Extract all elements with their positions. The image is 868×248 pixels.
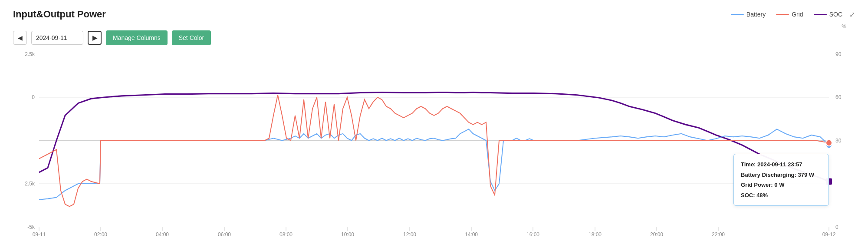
legend-grid: Grid: [776, 11, 803, 18]
legend-battery: Battery: [731, 11, 766, 18]
tooltip-soc-label: SOC:: [741, 192, 755, 198]
svg-text:2.5k: 2.5k: [25, 51, 35, 57]
svg-text:-2.5k: -2.5k: [23, 181, 35, 187]
svg-text:18:00: 18:00: [589, 231, 602, 237]
chart-area: 2.5k 0 -2.5k -5k 90 60 30 0 09-11 02:00 …: [13, 50, 855, 241]
svg-text:20:00: 20:00: [650, 231, 663, 237]
svg-text:04:00: 04:00: [156, 231, 169, 237]
manage-columns-button[interactable]: Manage Columns: [106, 30, 168, 45]
tooltip-grid-label: Grid Power:: [741, 182, 773, 188]
tooltip-grid-value: 0 W: [774, 182, 784, 188]
svg-text:06:00: 06:00: [218, 231, 231, 237]
svg-text:10:00: 10:00: [341, 231, 354, 237]
svg-text:16:00: 16:00: [526, 231, 539, 237]
svg-text:14:00: 14:00: [465, 231, 478, 237]
tooltip-battery-value: 379 W: [798, 172, 815, 178]
svg-text:09-11: 09-11: [33, 231, 46, 237]
next-date-button[interactable]: ▶: [88, 31, 102, 45]
svg-text:0: 0: [835, 224, 838, 230]
prev-date-button[interactable]: ◀: [13, 31, 27, 45]
svg-text:09-12: 09-12: [822, 231, 836, 237]
svg-text:08:00: 08:00: [279, 231, 293, 237]
svg-text:12:00: 12:00: [403, 231, 416, 237]
chart-tooltip: Time: 2024-09-11 23:57 Battery Dischargi…: [733, 154, 829, 206]
svg-text:30: 30: [835, 137, 841, 143]
percent-label: %: [13, 23, 846, 30]
tooltip-time-value: 2024-09-11 23:57: [757, 161, 802, 168]
tooltip-battery-label: Battery Discharging:: [741, 172, 796, 178]
date-input[interactable]: [31, 31, 83, 45]
expand-icon[interactable]: ⤢: [849, 10, 855, 19]
svg-text:02:00: 02:00: [94, 231, 107, 237]
chart-svg: 2.5k 0 -2.5k -5k 90 60 30 0 09-11 02:00 …: [13, 50, 855, 241]
page-title: Input&Output Power: [13, 9, 106, 20]
chart-legend: Battery Grid SOC: [731, 11, 842, 18]
svg-text:22:00: 22:00: [712, 231, 725, 237]
set-color-button[interactable]: Set Color: [172, 30, 211, 45]
tooltip-time-label: Time:: [741, 161, 756, 168]
svg-text:0: 0: [32, 94, 35, 100]
svg-text:-5k: -5k: [27, 224, 35, 230]
legend-soc: SOC: [814, 11, 842, 18]
tooltip-soc-value: 48%: [756, 192, 768, 198]
svg-text:60: 60: [835, 94, 841, 100]
svg-point-42: [826, 139, 832, 146]
svg-text:90: 90: [835, 51, 841, 57]
